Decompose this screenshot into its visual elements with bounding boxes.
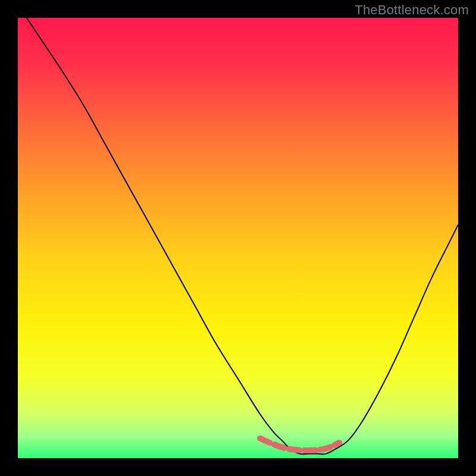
watermark-text: TheBottleneck.com (355, 2, 469, 18)
plot-area (18, 18, 458, 458)
chart-frame: TheBottleneck.com (0, 0, 476, 476)
bottleneck-curve (27, 18, 458, 454)
curve-layer (18, 18, 458, 458)
marker-band (260, 439, 339, 450)
